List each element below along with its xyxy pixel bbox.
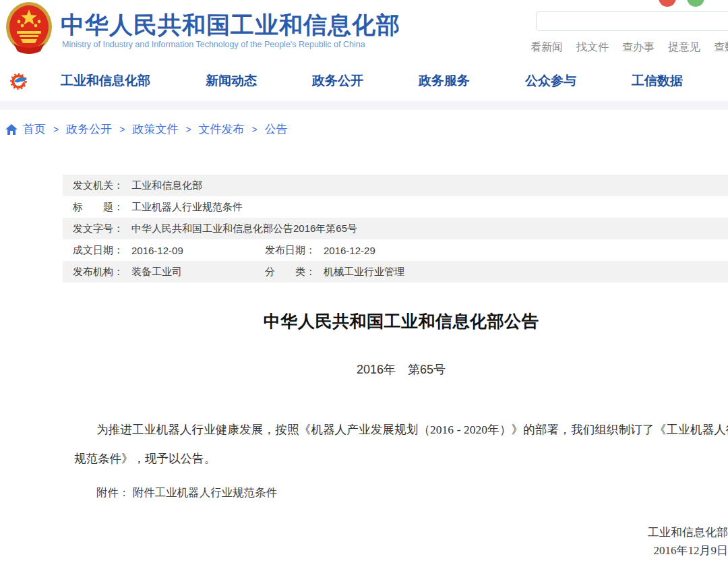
breadcrumb-announcement[interactable]: 公告 (265, 121, 288, 137)
meta-value: 工业和信息化部 (131, 179, 202, 192)
green-dot-icon (687, 0, 704, 7)
quick-link-news[interactable]: 看新闻 (530, 40, 563, 55)
nav-item-gov-services[interactable]: 政务服务 (419, 72, 470, 90)
document-meta-table: 发文机关： 工业和信息化部 标 题： 工业机器人行业规范条件 发文字号： 中华人… (63, 175, 728, 283)
ministry-logo-link[interactable]: 中华人民共和国工业和信息化部 Ministry of Industry and … (5, 1, 410, 58)
national-emblem-icon (5, 1, 53, 55)
meta-row-title: 标 题： 工业机器人行业规范条件 (63, 196, 728, 218)
main-nav: 工业和信息化部 新闻动态 政务公开 政务服务 公众参与 工信数据 (0, 61, 728, 101)
quick-link-data[interactable]: 查数据 (714, 40, 728, 55)
red-dot-icon (659, 0, 676, 7)
meta-label: 发布机构： (73, 266, 123, 278)
home-icon (5, 124, 18, 135)
nav-item-news[interactable]: 新闻动态 (206, 72, 257, 90)
nav-items: 工业和信息化部 新闻动态 政务公开 政务服务 公众参与 工信数据 (61, 61, 683, 101)
meta-row-dates: 成文日期： 2016-12-09 发布日期： 2016-12-29 (63, 239, 728, 261)
quick-link-files[interactable]: 找文件 (576, 40, 609, 55)
breadcrumb-separator: > (119, 124, 125, 135)
nav-item-gov-info[interactable]: 政务公开 (312, 72, 363, 90)
quick-links: 看新闻 找文件 查办事 提意见 查数据 (530, 40, 728, 55)
meta-label: 分 类： (265, 266, 315, 278)
meta-value: 2016-12-29 (324, 245, 375, 256)
breadcrumb-separator: > (53, 124, 59, 135)
announcement-body: 为推进工业机器人行业健康发展，按照《机器人产业发展规划（2016 - 2020年… (0, 415, 728, 473)
quick-link-feedback[interactable]: 提意见 (668, 40, 700, 55)
meta-value: 2016-12-09 (131, 245, 183, 256)
quick-link-services[interactable]: 查办事 (622, 40, 655, 55)
meta-value: 工业机器人行业规范条件 (131, 201, 243, 214)
signature-agency: 工业和信息化部 (0, 523, 728, 541)
attachment-label: 附件： (96, 486, 130, 499)
signature-block: 工业和信息化部 2016年12月9日 (0, 523, 728, 560)
meta-label: 发文机关： (73, 179, 123, 192)
meta-value: 中华人民共和国工业和信息化部公告2016年第65号 (131, 223, 357, 235)
search-input[interactable] (536, 11, 728, 31)
meta-label: 成文日期： (73, 244, 123, 257)
announcement-title: 中华人民共和国工业和信息化部公告 (0, 310, 728, 332)
meta-row-doc-number: 发文字号： 中华人民共和国工业和信息化部公告2016年第65号 (63, 218, 728, 239)
miit-gear-icon (9, 70, 30, 92)
nav-divider-band (0, 101, 728, 110)
breadcrumb-policy-files[interactable]: 政策文件 (132, 121, 178, 137)
breadcrumb-home[interactable]: 首页 (23, 121, 46, 137)
nav-item-participation[interactable]: 公众参与 (525, 72, 576, 90)
breadcrumb-separator: > (252, 124, 257, 135)
meta-label: 发文字号： (73, 223, 123, 235)
breadcrumb: 首页 > 政务公开 > 政策文件 > 文件发布 > 公告 (5, 121, 288, 137)
nav-item-data[interactable]: 工信数据 (632, 72, 683, 90)
breadcrumb-gov-info[interactable]: 政务公开 (66, 121, 112, 137)
nav-item-miit[interactable]: 工业和信息化部 (61, 72, 150, 90)
page: 中华人民共和国工业和信息化部 Ministry of Industry and … (0, 0, 728, 563)
announcement-issue-number: 2016年 第65号 (0, 361, 728, 378)
ministry-title: 中华人民共和国工业和信息化部 (61, 9, 411, 41)
ministry-title-english: Ministry of Industry and Information Tec… (62, 40, 413, 49)
meta-value: 机械工业行业管理 (324, 266, 404, 278)
signature-date: 2016年12月9日 (0, 541, 728, 560)
breadcrumb-separator: > (185, 124, 191, 135)
meta-value: 装备工业司 (131, 266, 182, 278)
breadcrumb-file-release[interactable]: 文件发布 (199, 121, 245, 137)
attachment-line: 附件： 附件工业机器人行业规范条件 (96, 485, 277, 500)
meta-row-publisher-category: 发布机构： 装备工业司 分 类： 机械工业行业管理 (63, 261, 728, 283)
meta-label: 标 题： (73, 201, 123, 214)
meta-row-issuing-agency: 发文机关： 工业和信息化部 (63, 175, 728, 196)
meta-label: 发布日期： (265, 244, 315, 257)
attachment-link[interactable]: 附件工业机器人行业规范条件 (133, 486, 278, 499)
